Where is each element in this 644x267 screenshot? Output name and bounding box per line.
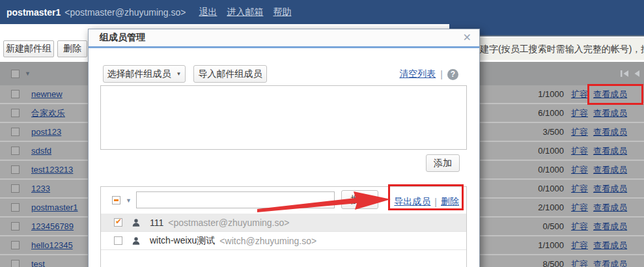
group-name-link[interactable]: 1233 — [31, 184, 50, 193]
group-row-checkbox[interactable] — [11, 147, 20, 155]
view-members-link[interactable]: 查看成员 — [593, 221, 627, 232]
new-mail-group-button[interactable]: 新建邮件组 — [3, 40, 54, 57]
group-row-checkbox[interactable] — [11, 222, 20, 231]
view-members-link[interactable]: 查看成员 — [593, 107, 627, 119]
chevron-down-icon: ▼ — [176, 71, 182, 77]
view-members-link[interactable]: 查看成员 — [593, 126, 627, 138]
clear-list-area: 清空列表 | ? — [399, 68, 458, 80]
expand-quota-link[interactable]: 扩容 — [571, 89, 588, 100]
expand-quota-link[interactable]: 扩容 — [571, 164, 588, 176]
logout-link[interactable]: 退出 — [199, 7, 217, 18]
member-search-input[interactable] — [136, 191, 335, 208]
view-members-link[interactable]: 查看成员 — [593, 145, 627, 157]
dialog-title-bar: 组成员管理 ✕ — [89, 29, 479, 48]
group-member-management-dialog: 组成员管理 ✕ 选择邮件组成员 ▼ 导入邮件组成员 清空列表 | ? 添加 ▼ … — [88, 29, 480, 267]
group-row-checkbox[interactable] — [11, 203, 20, 212]
pending-members-box — [100, 85, 467, 150]
expand-quota-link[interactable]: 扩容 — [571, 202, 588, 214]
first-page-icon[interactable] — [620, 70, 630, 77]
group-row-checkbox[interactable] — [11, 260, 20, 267]
member-checkbox[interactable] — [114, 218, 122, 227]
group-row-checkbox[interactable] — [11, 109, 20, 117]
person-icon — [132, 236, 141, 246]
member-count: 3/500 — [542, 127, 564, 137]
member-email: <postmaster@zhuyuming.so> — [168, 218, 289, 228]
member-name: 111 — [150, 218, 163, 228]
expand-quota-link[interactable]: 扩容 — [571, 126, 588, 138]
member-count: 8/500 — [542, 259, 564, 267]
delete-group-button[interactable]: 删除 — [57, 40, 87, 57]
admin-console-screen: postmaster1 <postmaster@zhuyuming.so> 退出… — [0, 0, 644, 267]
member-rows: 111 <postmaster@zhuyuming.so> witch-weix… — [101, 214, 466, 250]
group-name-link[interactable]: test — [31, 259, 45, 267]
view-members-link[interactable]: 查看成员 — [593, 183, 627, 195]
expand-quota-link[interactable]: 扩容 — [571, 240, 588, 251]
member-count: 2/1000 — [538, 203, 564, 212]
view-members-link[interactable]: 查看成员 — [593, 240, 627, 251]
annotation-box-export-delete — [388, 184, 464, 210]
expand-quota-link[interactable]: 扩容 — [571, 145, 588, 157]
view-members-link[interactable]: 查看成员 — [593, 259, 627, 267]
view-members-link[interactable]: 查看成员 — [593, 164, 627, 176]
group-row-checkbox[interactable] — [11, 184, 20, 193]
person-icon — [132, 218, 141, 227]
group-name-link[interactable]: newnew — [31, 89, 63, 99]
close-icon[interactable]: ✕ — [463, 33, 471, 43]
member-email: <witch@zhuyuming.so> — [219, 236, 316, 246]
account-email: <postmaster@zhuyuming.so> — [64, 7, 186, 18]
group-name-link[interactable]: 123456789 — [31, 221, 74, 231]
add-button[interactable]: 添加 — [426, 154, 460, 172]
select-dropdown-caret-icon[interactable]: ▼ — [25, 70, 31, 77]
pagination-controls — [620, 70, 640, 77]
help-link[interactable]: 帮助 — [273, 7, 291, 18]
member-count: 6/1000 — [538, 108, 564, 118]
annotation-box-view-members — [587, 84, 643, 105]
help-icon[interactable]: ? — [447, 69, 458, 80]
group-row-checkbox[interactable] — [11, 90, 20, 98]
group-row-checkbox[interactable] — [11, 165, 20, 174]
member-row: witch-weixu测试 <witch@zhuyuming.so> — [101, 232, 466, 250]
import-group-members-button[interactable]: 导入邮件组成员 — [193, 65, 267, 83]
prev-page-icon[interactable] — [633, 70, 640, 77]
member-checkbox[interactable] — [114, 236, 122, 245]
group-name-link[interactable]: postmaster1 — [31, 203, 78, 212]
expand-quota-link[interactable]: 扩容 — [571, 183, 588, 195]
group-name-link[interactable]: hello12345 — [31, 240, 73, 250]
clear-list-link[interactable]: 清空列表 — [399, 68, 436, 80]
group-name-link[interactable]: sdsfd — [31, 146, 51, 156]
member-count: 1/1000 — [538, 89, 564, 99]
enter-mailbox-link[interactable]: 进入邮箱 — [227, 7, 263, 18]
select-all-checkbox[interactable] — [11, 70, 20, 78]
group-row-checkbox[interactable] — [11, 241, 20, 249]
select-group-members-button[interactable]: 选择邮件组成员 ▼ — [103, 65, 186, 83]
member-count: 0/1000 — [538, 146, 564, 156]
top-account-bar: postmaster1 <postmaster@zhuyuming.so> 退出… — [0, 0, 644, 24]
account-username: postmaster1 — [7, 7, 61, 18]
select-group-members-label: 选择邮件组成员 — [107, 68, 171, 80]
group-name-link[interactable]: 合家欢乐 — [31, 107, 65, 119]
separator: | — [440, 69, 443, 79]
member-row: 111 <postmaster@zhuyuming.so> — [101, 214, 466, 232]
group-name-link[interactable]: test123213 — [31, 165, 73, 175]
view-members-link[interactable]: 查看成员 — [593, 202, 627, 214]
group-row-checkbox[interactable] — [11, 128, 20, 136]
member-count: 0/1000 — [538, 165, 564, 175]
member-count: 0/1000 — [538, 184, 564, 193]
expand-quota-link[interactable]: 扩容 — [571, 107, 588, 119]
indeterminate-dash-icon — [114, 199, 119, 201]
expand-quota-link[interactable]: 扩容 — [571, 259, 588, 267]
group-name-link[interactable]: post123 — [31, 127, 61, 137]
member-select-all-checkbox[interactable] — [112, 196, 120, 204]
dialog-title: 组成员管理 — [100, 32, 145, 44]
member-name: witch-weixu测试 — [150, 235, 215, 247]
member-select-caret-icon[interactable]: ▼ — [126, 197, 132, 204]
member-count: 1/1000 — [538, 240, 564, 250]
member-search-button[interactable]: 搜索 — [341, 190, 378, 209]
expand-quota-link[interactable]: 扩容 — [571, 221, 588, 232]
member-count: 0/500 — [542, 221, 564, 231]
